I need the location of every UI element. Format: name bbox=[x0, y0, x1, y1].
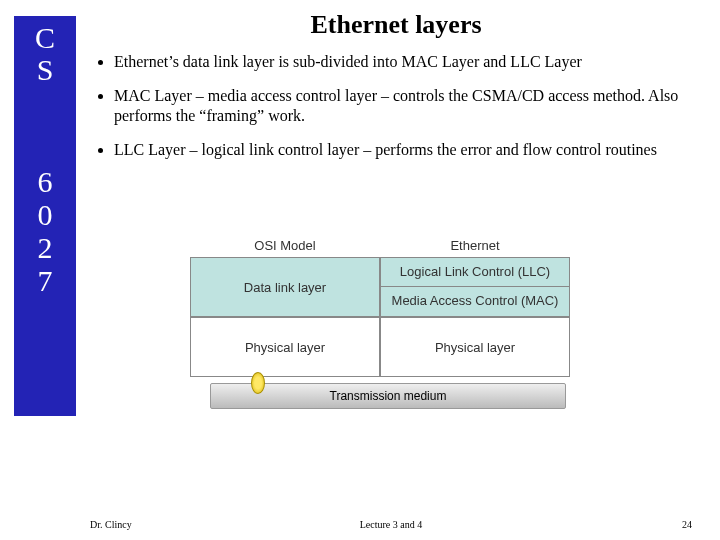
layer-diagram: OSI Model Ethernet Data link layer Logic… bbox=[190, 238, 580, 409]
medium-label: Transmission medium bbox=[330, 389, 447, 403]
osi-physical-cell: Physical layer bbox=[190, 317, 380, 377]
connector-icon bbox=[251, 372, 265, 394]
footer-author: Dr. Clincy bbox=[0, 519, 291, 530]
transmission-medium: Transmission medium bbox=[210, 383, 566, 409]
sidebar-digit: 0 bbox=[14, 198, 76, 231]
ethernet-physical-cell: Physical layer bbox=[380, 317, 570, 377]
slide-footer: Dr. Clincy Lecture 3 and 4 24 bbox=[0, 519, 720, 530]
footer-page-number: 24 bbox=[491, 519, 720, 530]
bullet-list: Ethernet’s data link layer is sub-divide… bbox=[86, 52, 706, 160]
sidebar-letter: S bbox=[14, 54, 76, 86]
mac-cell: Media Access Control (MAC) bbox=[381, 287, 569, 316]
sidebar-digit: 7 bbox=[14, 264, 76, 297]
bullet-item: Ethernet’s data link layer is sub-divide… bbox=[114, 52, 706, 72]
slide-content: Ethernet layers Ethernet’s data link lay… bbox=[86, 10, 706, 174]
sidebar-letter: C bbox=[14, 22, 76, 54]
sidebar-digit: 6 bbox=[14, 165, 76, 198]
llc-cell: Logical Link Control (LLC) bbox=[381, 258, 569, 287]
bullet-item: LLC Layer – logical link control layer –… bbox=[114, 140, 706, 160]
ethernet-upper-cell: Logical Link Control (LLC) Media Access … bbox=[380, 257, 570, 317]
slide-title: Ethernet layers bbox=[86, 10, 706, 40]
sidebar-digit: 2 bbox=[14, 231, 76, 264]
footer-lecture: Lecture 3 and 4 bbox=[291, 519, 492, 530]
diagram-header-left: OSI Model bbox=[190, 238, 380, 253]
osi-data-link-cell: Data link layer bbox=[190, 257, 380, 317]
course-sidebar: C S 6 0 2 7 bbox=[14, 16, 76, 416]
bullet-item: MAC Layer – media access control layer –… bbox=[114, 86, 706, 126]
diagram-header-right: Ethernet bbox=[380, 238, 570, 253]
